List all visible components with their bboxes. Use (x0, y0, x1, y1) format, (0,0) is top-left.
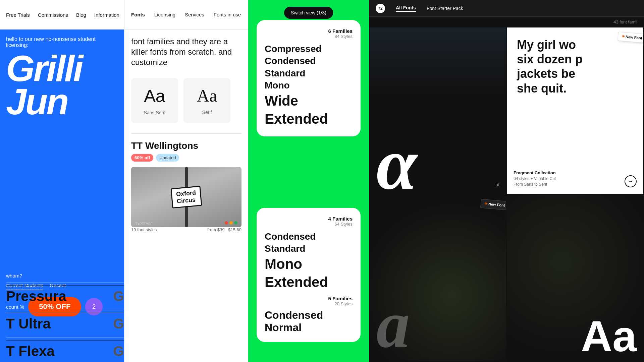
font-preview-image: OxfordCircus TYPETYPE (131, 167, 241, 227)
cat2-extended: Extended (265, 273, 353, 292)
whom-label: whom? (6, 273, 118, 279)
hello-text: hello to our new no-nonsense student lic… (6, 36, 118, 48)
fonts-content: font families and they are a killer font… (124, 29, 248, 362)
aa-serif: Aa (197, 86, 217, 106)
nav-fonts-in-use[interactable]: Fonts in use (214, 12, 241, 17)
bottom2-families: 5 Families (265, 296, 353, 301)
nav-blog[interactable]: Blog (76, 12, 86, 18)
top-families: 6 Families (265, 28, 353, 34)
switch-view-button[interactable]: Switch view (1/3) (284, 7, 333, 19)
cat-compressed: Compressed (265, 43, 353, 55)
font-type-cards: Aa Sans Serif Aa Serif (131, 78, 241, 123)
font-pressura: Pressura G (6, 285, 124, 307)
font-ultra: T Ultra G (6, 313, 124, 335)
cat-wide: Wide (265, 92, 353, 110)
sans-serif-label: Sans Serif (144, 110, 166, 115)
card-serif[interactable]: Aa Serif (183, 78, 230, 123)
nav-commissions[interactable]: Commissions (38, 12, 68, 18)
nav-fonts[interactable]: Fonts (131, 12, 145, 17)
serif-label: Serif (202, 110, 212, 115)
badge-sale: 60% off (131, 154, 153, 162)
grid-cell-text[interactable]: New Font My girl wosix dozen pjackets be… (507, 27, 643, 194)
card-top: 6 Families 84 Styles Compressed Condense… (257, 20, 361, 136)
nav-panel2: Fonts Licensing Services Fonts in use (124, 0, 248, 29)
student-content: hello to our new no-nonsense student lic… (0, 29, 124, 362)
grid-cell-dark-a[interactable]: New Font a (370, 195, 506, 361)
font-flexa: T Flexa G (6, 340, 124, 362)
nav-services[interactable]: Services (185, 12, 204, 17)
fragment-info: Fragment Collection 64 styles + Variable… (514, 170, 637, 187)
grid-cell-alpha[interactable]: α ut (370, 27, 506, 194)
card-bottom: 4 Families 64 Styles Condensed Standard … (257, 208, 361, 342)
tagline: font families and they are a killer font… (131, 36, 241, 68)
card-top-meta: 6 Families 84 Styles (265, 28, 353, 39)
fragment-desc: 64 styles + Variable CutFrom Sans to Ser… (514, 176, 637, 187)
oxford-sign: OxfordCircus (171, 186, 202, 208)
nav-counter: 72 (376, 4, 385, 13)
nav-font-starter-pack[interactable]: Font Starter Pack (427, 6, 463, 11)
aa-sans: Aa (144, 86, 165, 106)
cat2-mono: Mono (265, 255, 353, 274)
panel-fonts-browser: Fonts Licensing Services Fonts in use fo… (124, 0, 248, 362)
counter-badge: 72 (376, 4, 385, 13)
cat3-normal: Normal (265, 321, 353, 334)
bottom-styles: 64 Styles (265, 222, 353, 227)
cat-extended: Extended (265, 110, 353, 128)
card-bottom-meta: 4 Families 64 Styles (265, 216, 353, 227)
font-list: Pressura G T Ultra G T Flexa G (6, 280, 124, 362)
cat2-condensed: Condensed (265, 231, 353, 243)
font-badges: 60% off Updated (131, 154, 241, 162)
bottom2-styles: 20 Styles (265, 301, 353, 306)
featured-font-name: TT Wellingtons (131, 140, 241, 151)
nav-information[interactable]: Information (94, 12, 119, 18)
nav-free-trials[interactable]: Free Trials (6, 12, 30, 18)
cat-condensed: Condensed (265, 55, 353, 67)
bottom-categories: Condensed Standard Mono Extended (265, 231, 353, 292)
cat-mono: Mono (265, 79, 353, 92)
font-styles-count: 19 font styles (131, 227, 157, 232)
bottom-families: 4 Families (265, 216, 353, 222)
font-grid: α ut New Font My girl wosix dozen pjacke… (369, 27, 644, 362)
grid-cell-dark-aa[interactable]: Aa (507, 195, 643, 361)
preview-watermark: TYPETYPE (135, 222, 239, 226)
cat2-standard: Standard (265, 243, 353, 255)
fragment-title: Fragment Collection (514, 170, 637, 175)
font-count-subtitle: 43 font famil (613, 17, 637, 27)
nav-panel1: Free Trials Commissions Blog Information… (0, 0, 124, 29)
card-sans-serif[interactable]: Aa Sans Serif (131, 78, 178, 123)
font-price: from $39 $15.60 (207, 227, 241, 232)
panel-green-categories: Switch view (1/3) 6 Families 84 Styles C… (248, 0, 369, 362)
nav-licensing[interactable]: Licensing (154, 12, 175, 17)
cat-standard: Standard (265, 67, 353, 79)
nav-panel4: 72 All Fonts Font Starter Pack (369, 0, 644, 17)
headline-text: Grilli Jun (6, 52, 118, 118)
cell-arrow[interactable]: → (625, 175, 637, 187)
badge-updated: Updated (156, 154, 179, 162)
panel-student-licensing: Free Trials Commissions Blog Information… (0, 0, 124, 362)
bottom2-meta: 5 Families 20 Styles (265, 296, 353, 306)
panel-all-fonts: 72 All Fonts Font Starter Pack 43 font f… (369, 0, 644, 362)
featured-font: TT Wellingtons 60% off Updated OxfordCir… (131, 133, 241, 232)
top-categories: Compressed Condensed Standard Mono Wide … (265, 43, 353, 128)
font-pricing: 19 font styles from $39 $15.60 (131, 227, 241, 232)
top-styles: 84 Styles (265, 34, 353, 39)
cat3-condensed: Condensed (265, 309, 353, 321)
nav-all-fonts[interactable]: All Fonts (396, 5, 416, 12)
